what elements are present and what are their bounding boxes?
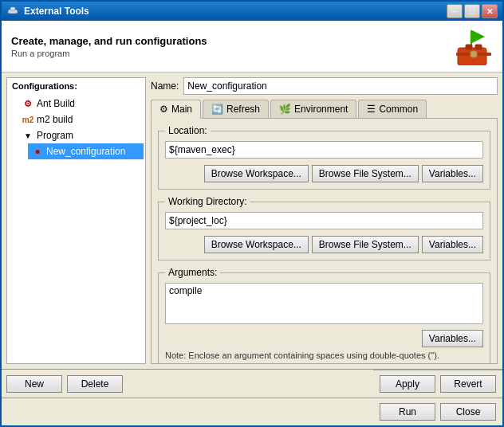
new-button[interactable]: New [6,375,62,393]
working-directory-legend: Working Directory: [165,196,250,207]
svg-rect-5 [466,45,472,49]
arguments-note: Note: Enclose an argument containing spa… [165,351,483,360]
close-button-footer[interactable]: Close [440,403,496,421]
main-tab-icon: ⚙ [159,104,168,115]
new-configuration-label: New_configuration [46,146,125,157]
working-directory-btn-row: Browse Workspace... Browse File System..… [165,236,483,253]
window-title: External Tools [24,6,447,17]
configurations-label: Configurations: [7,78,145,94]
arguments-btn-row: Variables... [165,330,483,347]
title-bar: External Tools ─ □ ✕ [2,2,502,21]
maximize-button[interactable]: □ [464,4,480,18]
location-fieldset: Location: Browse Workspace... Browse Fil… [158,125,490,190]
tree-item-m2-build[interactable]: m2 m2 build [18,112,144,127]
expand-icon: ▼ [22,129,34,142]
svg-rect-3 [471,30,472,45]
location-browse-filesystem-button[interactable]: Browse File System... [312,165,419,182]
right-panel: Name: ⚙ Main 🔄 Refresh 🌿 Environment [151,77,498,364]
header-section: Create, manage, and run configurations R… [2,21,502,72]
m2-build-label: m2 build [37,114,73,125]
tab-bar: ⚙ Main 🔄 Refresh 🌿 Environment ☰ Common [151,100,498,119]
working-directory-input[interactable] [165,212,483,229]
bottom-left-buttons: New Delete [2,370,128,398]
header-icon [455,27,493,65]
program-label: Program [37,130,73,141]
main-tab-label: Main [171,104,192,115]
revert-button[interactable]: Revert [440,375,496,393]
name-label: Name: [151,80,179,92]
ant-build-label: Ant Build [37,98,75,109]
tree-item-program[interactable]: ▼ Program [18,127,144,143]
tab-environment[interactable]: 🌿 Environment [270,100,356,118]
footer-buttons: Run Close [2,398,502,425]
tab-common[interactable]: ☰ Common [358,100,427,118]
location-btn-row: Browse Workspace... Browse File System..… [165,165,483,182]
location-variables-button[interactable]: Variables... [422,165,483,182]
working-directory-variables-button[interactable]: Variables... [422,236,483,253]
location-browse-workspace-button[interactable]: Browse Workspace... [204,165,309,182]
header-title: Create, manage, and run configurations [11,35,207,47]
location-input[interactable] [165,141,483,159]
svg-rect-1 [10,7,15,10]
close-button[interactable]: ✕ [482,4,498,18]
svg-rect-6 [475,45,482,49]
arguments-fieldset: Arguments: compile Variables... Note: En… [158,267,490,364]
arguments-variables-button[interactable]: Variables... [422,330,483,347]
minimize-button[interactable]: ─ [447,4,463,18]
refresh-tab-label: Refresh [226,104,260,115]
common-tab-label: Common [379,104,418,115]
environment-tab-label: Environment [294,104,348,115]
tab-main[interactable]: ⚙ Main [151,100,201,119]
ant-icon: ⚙ [22,97,34,110]
left-panel: Configurations: ⚙ Ant Build m2 m2 build … [6,77,146,364]
window-controls: ─ □ ✕ [447,4,498,18]
refresh-tab-icon: 🔄 [211,104,223,115]
tree-item-new-configuration[interactable]: ● New_configuration [28,143,144,159]
working-directory-fieldset: Working Directory: Browse Workspace... B… [158,196,490,261]
bottom-section: New Delete Apply Revert [2,369,502,398]
apply-button[interactable]: Apply [380,375,435,393]
name-input[interactable] [183,77,498,95]
arguments-textarea[interactable]: compile [165,283,483,324]
tab-content-main: Location: Browse Workspace... Browse Fil… [151,119,498,364]
header-subtitle: Run a program [11,49,207,58]
working-directory-browse-workspace-button[interactable]: Browse Workspace... [204,236,309,253]
window-icon [6,5,19,18]
run-button[interactable]: Run [380,403,435,421]
bottom-right-buttons: Apply Revert [373,370,502,398]
header-left: Create, manage, and run configurations R… [11,35,207,58]
environment-tab-icon: 🌿 [279,104,291,115]
arguments-legend: Arguments: [165,267,220,278]
working-directory-browse-filesystem-button[interactable]: Browse File System... [312,236,419,253]
location-legend: Location: [165,125,211,136]
external-tools-icon [455,27,493,65]
delete-button[interactable]: Delete [67,375,123,393]
new-config-icon: ● [31,145,44,158]
common-tab-icon: ☰ [367,104,376,115]
content-area: Configurations: ⚙ Ant Build m2 m2 build … [2,72,502,369]
m2-icon: m2 [22,113,34,126]
name-row: Name: [151,77,498,95]
svg-rect-8 [471,51,477,57]
external-tools-window: External Tools ─ □ ✕ Create, manage, and… [0,0,504,427]
tab-refresh[interactable]: 🔄 Refresh [203,100,269,118]
configurations-tree: ⚙ Ant Build m2 m2 build ▼ Program ● New_… [7,94,145,363]
tree-item-ant-build[interactable]: ⚙ Ant Build [18,96,144,112]
svg-marker-2 [472,30,485,43]
